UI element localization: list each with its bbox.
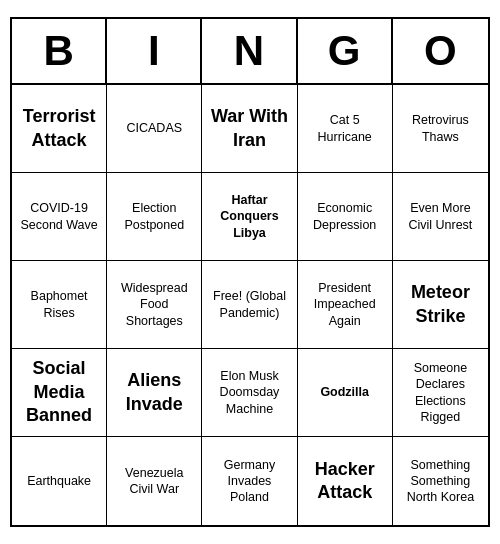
bingo-grid: Terrorist AttackCICADASWar With IranCat …: [12, 85, 488, 525]
bingo-cell-2: War With Iran: [202, 85, 297, 173]
bingo-cell-24: Something Something North Korea: [393, 437, 488, 525]
bingo-cell-1: CICADAS: [107, 85, 202, 173]
bingo-cell-15: Social Media Banned: [12, 349, 107, 437]
bingo-cell-18: Godzilla: [298, 349, 393, 437]
bingo-cell-0: Terrorist Attack: [12, 85, 107, 173]
bingo-letter: B: [12, 19, 107, 83]
bingo-letter: N: [202, 19, 297, 83]
bingo-letter: I: [107, 19, 202, 83]
bingo-header: BINGO: [12, 19, 488, 85]
bingo-cell-10: Baphomet Rises: [12, 261, 107, 349]
bingo-cell-7: Haftar Conquers Libya: [202, 173, 297, 261]
bingo-cell-6: Election Postponed: [107, 173, 202, 261]
bingo-cell-16: Aliens Invade: [107, 349, 202, 437]
bingo-cell-3: Cat 5 Hurricane: [298, 85, 393, 173]
bingo-cell-12: Free! (Global Pandemic): [202, 261, 297, 349]
bingo-cell-4: Retrovirus Thaws: [393, 85, 488, 173]
bingo-letter: G: [298, 19, 393, 83]
bingo-cell-23: Hacker Attack: [298, 437, 393, 525]
bingo-card: BINGO Terrorist AttackCICADASWar With Ir…: [10, 17, 490, 527]
bingo-cell-13: President Impeached Again: [298, 261, 393, 349]
bingo-cell-5: COVID-19 Second Wave: [12, 173, 107, 261]
bingo-cell-17: Elon Musk Doomsday Machine: [202, 349, 297, 437]
bingo-cell-8: Economic Depression: [298, 173, 393, 261]
bingo-cell-21: Venezuela Civil War: [107, 437, 202, 525]
bingo-cell-19: Someone Declares Elections Rigged: [393, 349, 488, 437]
bingo-cell-9: Even More Civil Unrest: [393, 173, 488, 261]
bingo-cell-20: Earthquake: [12, 437, 107, 525]
bingo-letter: O: [393, 19, 488, 83]
bingo-cell-14: Meteor Strike: [393, 261, 488, 349]
bingo-cell-11: Widespread Food Shortages: [107, 261, 202, 349]
bingo-cell-22: Germany Invades Poland: [202, 437, 297, 525]
